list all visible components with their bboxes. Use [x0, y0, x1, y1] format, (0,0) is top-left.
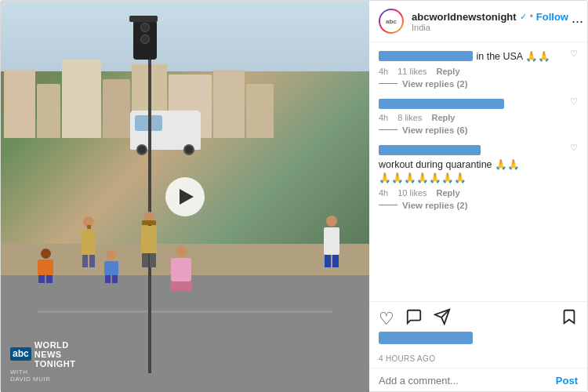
- location: India: [412, 23, 568, 32]
- figure-legs: [325, 255, 339, 267]
- comment-likes: 8 likes: [397, 113, 422, 122]
- like-button[interactable]: ♡: [379, 309, 394, 329]
- van: [130, 111, 201, 150]
- post-button[interactable]: Post: [556, 375, 578, 387]
- play-icon: [180, 189, 194, 205]
- comment-main: workout during quarantine 🙏🙏🙏🙏🙏🙏🙏🙏🙏 ♡: [379, 143, 578, 186]
- heart-icon[interactable]: ♡: [570, 96, 578, 107]
- building: [246, 84, 274, 138]
- van-wheel-right: [183, 144, 194, 155]
- bookmark-icon: [561, 308, 578, 325]
- comment-time: 4h: [379, 113, 388, 122]
- traffic-light-top: [129, 16, 158, 22]
- figure-cap: [87, 225, 91, 229]
- instagram-post: abc WORLD NEWS TONIGHT WITH DAVID MUIR a…: [0, 0, 588, 392]
- figure-leg: [89, 255, 95, 267]
- traffic-light-red: [140, 23, 150, 32]
- view-replies[interactable]: View replies (6): [379, 125, 578, 135]
- figure-skirt: [170, 281, 192, 291]
- comment-main: ♡: [379, 96, 578, 111]
- news-line3: TONIGHT: [34, 359, 76, 368]
- username: abcworldnewstonight: [412, 11, 517, 23]
- post-panel: abc abcworldnewstonight ✓ • Follow India…: [369, 1, 587, 392]
- comment-time: 4h: [379, 188, 388, 198]
- comment-time: 4h: [379, 67, 388, 76]
- building: [37, 84, 60, 138]
- figure-body: [171, 258, 191, 281]
- figure-legs: [82, 255, 95, 267]
- news-sub2: DAVID MUIR: [10, 376, 75, 383]
- building: [62, 60, 101, 138]
- person-crouching-1: [38, 249, 53, 283]
- view-replies-text: View replies (2): [402, 201, 468, 210]
- van-wheel-left: [136, 144, 147, 155]
- reply-button[interactable]: Reply: [437, 188, 460, 198]
- action-icons: ♡: [379, 308, 578, 330]
- comment-meta: 4h 8 likes Reply: [379, 113, 578, 122]
- avatar: abc: [379, 9, 404, 34]
- comment-item: workout during quarantine 🙏🙏🙏🙏🙏🙏🙏🙏🙏 ♡ 4h…: [379, 143, 578, 210]
- building: [4, 70, 35, 139]
- officer-figure-2: [141, 212, 157, 267]
- heart-icon[interactable]: ♡: [570, 49, 578, 59]
- dash-line: [379, 205, 397, 205]
- building: [103, 79, 130, 138]
- comment-main: in the USA 🙏🙏 ♡: [379, 49, 578, 64]
- view-replies[interactable]: View replies (2): [379, 201, 578, 210]
- figure-leg: [325, 255, 331, 267]
- dot-separator: •: [530, 11, 533, 22]
- dash-line: [379, 129, 397, 130]
- video-thumbnail: abc WORLD NEWS TONIGHT WITH DAVID MUIR: [1, 1, 369, 392]
- figure-body: [104, 261, 118, 275]
- comment-text: in the USA 🙏🙏: [476, 51, 550, 62]
- comment-content: [379, 96, 570, 111]
- view-replies[interactable]: View replies (2): [379, 79, 578, 89]
- figure-leg: [105, 275, 111, 283]
- comment-meta: 4h 11 likes Reply: [379, 67, 578, 76]
- add-comment-input[interactable]: [379, 375, 556, 387]
- comment-button[interactable]: [405, 308, 423, 330]
- view-replies-text: View replies (2): [402, 79, 468, 89]
- view-replies-text: View replies (6): [402, 125, 468, 135]
- figure-body: [38, 260, 53, 275]
- avatar-inner: abc: [380, 10, 402, 32]
- comment-content: in the USA 🙏🙏: [379, 49, 570, 64]
- comment-username-blurred: [379, 51, 473, 61]
- bookmark-button[interactable]: [561, 308, 578, 330]
- figure-body: [324, 227, 339, 255]
- person-pink: [170, 246, 192, 291]
- header-name-row: abcworldnewstonight ✓ • Follow: [412, 11, 568, 23]
- comment-content: workout during quarantine 🙏🙏🙏🙏🙏🙏🙏🙏🙏: [379, 143, 570, 186]
- figure-head: [326, 216, 337, 227]
- heart-icon[interactable]: ♡: [570, 143, 578, 153]
- figure-leg: [142, 253, 148, 267]
- comments-area[interactable]: in the USA 🙏🙏 ♡ 4h 11 likes Reply View r…: [369, 42, 587, 301]
- reply-button[interactable]: Reply: [437, 67, 460, 76]
- abc-watermark: abc WORLD NEWS TONIGHT WITH DAVID MUIR: [10, 340, 75, 383]
- news-line2: NEWS: [34, 350, 76, 359]
- header-info: abcworldnewstonight ✓ • Follow India: [412, 11, 568, 32]
- figure-head: [176, 246, 187, 257]
- figure-cap: [142, 220, 156, 225]
- figure-legs: [105, 275, 118, 283]
- play-button[interactable]: [165, 177, 205, 216]
- timestamp-row: 4 HOURS AGO: [379, 350, 578, 365]
- figure-leg: [46, 275, 53, 283]
- share-button[interactable]: [434, 308, 451, 330]
- figure-leg: [150, 253, 156, 267]
- verified-icon: ✓: [520, 12, 527, 22]
- figure-body: [82, 230, 96, 255]
- blurred-username-bar: [379, 332, 473, 344]
- reply-button[interactable]: Reply: [431, 113, 455, 122]
- figure-head: [106, 250, 116, 260]
- comment-icon: [405, 308, 423, 325]
- actions-bar: ♡: [369, 301, 587, 368]
- follow-button[interactable]: Follow: [536, 11, 568, 23]
- comment-item: ♡ 4h 8 likes Reply View replies (6): [379, 96, 578, 135]
- traffic-light-box: [133, 20, 157, 60]
- comment-likes: 10 likes: [397, 188, 426, 198]
- video-panel: abc WORLD NEWS TONIGHT WITH DAVID MUIR: [1, 1, 369, 392]
- person-right: [324, 216, 339, 267]
- avatar-text: abc: [386, 18, 397, 25]
- more-options-button[interactable]: ···: [568, 13, 586, 30]
